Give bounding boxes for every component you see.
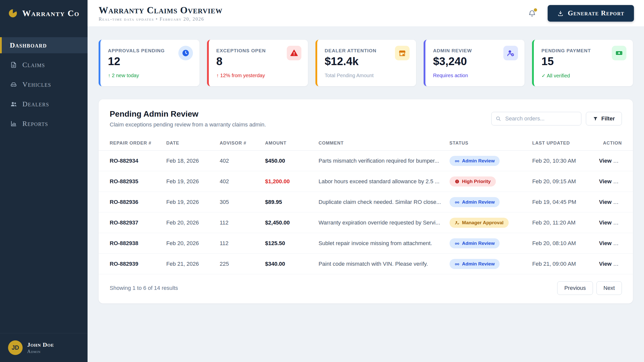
status-badge: High Priority	[450, 176, 496, 187]
stat-sub: ↑ 2 new today	[108, 73, 192, 78]
user-name: John Doe	[27, 341, 54, 348]
advisor-cell: 225	[216, 254, 262, 274]
main-area: Warranty Claims Overview Real-time data …	[88, 0, 644, 362]
status-cell: Admin Review	[446, 151, 529, 171]
notifications-button[interactable]	[527, 8, 537, 18]
repair-order-cell: RO-882937	[99, 212, 163, 233]
sidebar-item-label: Vehicles	[22, 80, 51, 88]
column-header-repair-order: REPAIR ORDER #	[99, 135, 163, 151]
car-icon	[10, 81, 17, 88]
next-button[interactable]: Next	[596, 281, 622, 295]
date-cell: Feb 19, 2026	[163, 171, 216, 192]
alert-circle-icon	[455, 179, 460, 184]
filter-button[interactable]: Filter	[586, 112, 622, 125]
stat-card-dealer-attention: DEALER ATTENTION $12.4k Total Pending Am…	[315, 40, 416, 86]
column-header-comment: COMMENT	[315, 135, 446, 151]
pie-chart-icon	[8, 8, 18, 19]
last-updated-cell: Feb 20, 08:10 AM	[529, 233, 596, 254]
user-check-icon	[455, 220, 460, 225]
glasses-icon	[455, 241, 460, 246]
table-footer: Showing 1 to 6 of 14 results Previous Ne…	[99, 274, 633, 303]
view-details-link[interactable]: View Details	[599, 178, 631, 185]
stat-value: 12	[108, 56, 192, 67]
comment-cell: Parts mismatch verification required for…	[315, 151, 446, 171]
download-icon	[557, 10, 564, 17]
document-icon	[10, 61, 17, 68]
stat-card-approvals-pending: APPROVALS PENDING 12 ↑ 2 new today	[99, 40, 199, 86]
last-updated-cell: Feb 21, 09:00 AM	[529, 254, 596, 274]
action-cell: View Details	[595, 212, 633, 233]
sidebar-item-label: Claims	[22, 61, 45, 69]
status-cell: High Priority	[446, 171, 529, 192]
advisor-cell: 112	[216, 233, 262, 254]
amount-cell: $340.00	[262, 254, 315, 274]
amount-cell: $450.00	[262, 151, 315, 171]
last-updated-cell: Feb 20, 11:20 AM	[529, 212, 596, 233]
previous-button[interactable]: Previous	[557, 281, 593, 295]
search-icon	[496, 116, 501, 121]
column-header-advisor: ADVISOR #	[216, 135, 262, 151]
sidebar-item-dealers[interactable]: Dealers	[0, 96, 88, 112]
filter-label: Filter	[601, 115, 615, 122]
page-subtitle: Real-time data updates • February 20, 20…	[99, 16, 223, 22]
stat-card-pending-payment: PENDING PAYMENT 15 ✓ All verified	[532, 40, 633, 86]
header-actions: Generate Report	[527, 5, 634, 22]
status-cell: Manager Approval	[446, 212, 529, 233]
advisor-cell: 305	[216, 192, 262, 212]
stat-sub: Total Pending Amount	[325, 73, 409, 78]
bar-chart-icon	[10, 120, 17, 127]
action-cell: View Details	[595, 233, 633, 254]
notification-dot	[534, 8, 537, 12]
status-cell: Admin Review	[446, 254, 529, 274]
table-header-row: REPAIR ORDER # DATE ADVISOR # AMOUNT COM…	[99, 135, 633, 151]
card-titles: Pending Admin Review Claim exceptions pe…	[110, 109, 266, 128]
user-profile[interactable]: JD John Doe Admin	[0, 333, 88, 362]
status-cell: Admin Review	[446, 192, 529, 212]
last-updated-cell: Feb 20, 09:15 AM	[529, 171, 596, 192]
comment-cell: Paint code mismatch with VIN. Please ver…	[315, 254, 446, 274]
amount-cell: $2,450.00	[262, 212, 315, 233]
card-header: Pending Admin Review Claim exceptions pe…	[99, 99, 633, 135]
sidebar-item-dashboard[interactable]: Dashboard	[0, 37, 88, 53]
sidebar-nav: Dashboard Claims Vehicles	[0, 37, 88, 132]
sidebar-item-reports[interactable]: Reports	[0, 116, 88, 132]
banknote-icon	[612, 46, 626, 60]
repair-order-cell: RO-882939	[99, 254, 163, 274]
sidebar-item-label: Dashboard	[10, 41, 47, 49]
table-row: RO-882938 Feb 20, 2026 112 $125.50 Suble…	[99, 233, 633, 254]
page-title: Warranty Claims Overview	[99, 5, 223, 16]
repair-order-cell: RO-882936	[99, 192, 163, 212]
status-badge: Admin Review	[450, 259, 500, 269]
view-details-link[interactable]: View Details	[599, 158, 631, 164]
glasses-icon	[455, 158, 460, 163]
header-titles: Warranty Claims Overview Real-time data …	[99, 5, 223, 22]
action-cell: View Details	[595, 171, 633, 192]
store-icon	[395, 46, 410, 60]
column-header-last-updated: LAST UPDATED	[529, 135, 596, 151]
last-updated-cell: Feb 19, 04:45 PM	[529, 192, 596, 212]
table-row: RO-882935 Feb 19, 2026 402 $1,200.00 Lab…	[99, 171, 633, 192]
sidebar-item-vehicles[interactable]: Vehicles	[0, 76, 88, 93]
view-details-link[interactable]: View Details	[599, 219, 631, 226]
generate-report-button[interactable]: Generate Report	[548, 5, 634, 22]
advisor-cell: 112	[216, 212, 262, 233]
column-header-amount: AMOUNT	[262, 135, 315, 151]
view-details-link[interactable]: View Details	[599, 240, 631, 246]
filter-icon	[593, 116, 598, 121]
column-header-action: ACTION	[595, 135, 633, 151]
clock-icon	[178, 46, 193, 60]
pending-review-card: Pending Admin Review Claim exceptions pe…	[99, 99, 633, 303]
repair-order-cell: RO-882935	[99, 171, 163, 192]
sidebar-item-claims[interactable]: Claims	[0, 57, 88, 73]
view-details-link[interactable]: View Details	[599, 261, 631, 267]
comment-cell: Labor hours exceed standard allowance by…	[315, 171, 446, 192]
search-input[interactable]	[491, 112, 581, 125]
pagination: Previous Next	[557, 281, 622, 295]
stat-card-exceptions-open: EXCEPTIONS OPEN 8 ↑ 12% from yesterday	[207, 40, 308, 86]
claims-table: REPAIR ORDER # DATE ADVISOR # AMOUNT COM…	[99, 135, 633, 274]
table-row: RO-882936 Feb 19, 2026 305 $89.95 Duplic…	[99, 192, 633, 212]
stat-sub: ✓ All verified	[541, 73, 625, 79]
action-cell: View Details	[595, 151, 633, 171]
glasses-icon	[455, 200, 460, 205]
view-details-link[interactable]: View Details	[599, 199, 631, 205]
